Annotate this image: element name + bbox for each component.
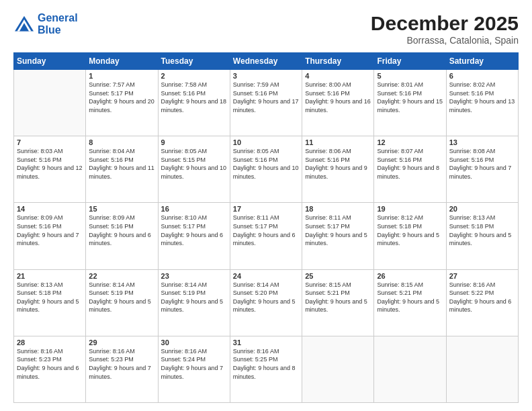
day-number: 27	[449, 272, 515, 280]
calendar-cell: 23Sunrise: 8:14 AMSunset: 5:19 PMDayligh…	[158, 269, 230, 336]
day-number: 28	[17, 338, 83, 347]
day-number: 10	[233, 138, 299, 146]
day-info: Sunrise: 8:01 AMSunset: 5:16 PMDaylight:…	[377, 81, 443, 114]
page: General Blue December 2025 Borrassa, Cat…	[0, 0, 532, 411]
day-number: 9	[161, 138, 227, 146]
day-number: 23	[161, 272, 227, 280]
day-number: 25	[305, 272, 371, 280]
calendar-week-row: 7Sunrise: 8:03 AMSunset: 5:16 PMDaylight…	[14, 136, 519, 203]
day-info: Sunrise: 8:13 AMSunset: 5:18 PMDaylight:…	[17, 281, 83, 314]
day-info: Sunrise: 8:07 AMSunset: 5:16 PMDaylight:…	[377, 147, 443, 181]
day-number: 29	[89, 338, 154, 347]
calendar-week-row: 14Sunrise: 8:09 AMSunset: 5:16 PMDayligh…	[14, 203, 519, 269]
calendar-cell: 6Sunrise: 8:02 AMSunset: 5:16 PMDaylight…	[446, 70, 518, 136]
weekday-header: Monday	[86, 53, 158, 70]
day-info: Sunrise: 8:03 AMSunset: 5:16 PMDaylight:…	[17, 147, 83, 181]
day-info: Sunrise: 8:06 AMSunset: 5:16 PMDaylight:…	[305, 147, 371, 181]
day-number: 6	[449, 72, 515, 80]
calendar-cell: 12Sunrise: 8:07 AMSunset: 5:16 PMDayligh…	[374, 136, 446, 203]
calendar-cell: 3Sunrise: 7:59 AMSunset: 5:16 PMDaylight…	[230, 70, 302, 136]
calendar-cell: 14Sunrise: 8:09 AMSunset: 5:16 PMDayligh…	[14, 203, 86, 269]
day-info: Sunrise: 8:14 AMSunset: 5:19 PMDaylight:…	[161, 281, 227, 314]
calendar-cell: 28Sunrise: 8:16 AMSunset: 5:23 PMDayligh…	[14, 336, 86, 402]
calendar-cell: 27Sunrise: 8:16 AMSunset: 5:22 PMDayligh…	[446, 269, 518, 336]
calendar-cell: 16Sunrise: 8:10 AMSunset: 5:17 PMDayligh…	[158, 203, 230, 269]
title-block: December 2025 Borrassa, Catalonia, Spain	[371, 12, 519, 46]
calendar-cell: 21Sunrise: 8:13 AMSunset: 5:18 PMDayligh…	[14, 269, 86, 336]
day-number: 4	[305, 72, 371, 80]
day-number: 15	[89, 205, 154, 213]
day-number: 12	[377, 138, 443, 146]
day-info: Sunrise: 8:13 AMSunset: 5:18 PMDaylight:…	[449, 214, 515, 247]
day-number: 31	[233, 338, 299, 347]
calendar-cell: 4Sunrise: 8:00 AMSunset: 5:16 PMDaylight…	[302, 70, 374, 136]
day-number: 21	[17, 272, 83, 280]
calendar-cell: 31Sunrise: 8:16 AMSunset: 5:25 PMDayligh…	[230, 336, 302, 402]
calendar-week-row: 28Sunrise: 8:16 AMSunset: 5:23 PMDayligh…	[14, 336, 519, 402]
calendar-cell: 11Sunrise: 8:06 AMSunset: 5:16 PMDayligh…	[302, 136, 374, 203]
weekday-header: Tuesday	[158, 53, 230, 70]
day-info: Sunrise: 8:05 AMSunset: 5:15 PMDaylight:…	[161, 147, 227, 181]
day-info: Sunrise: 8:10 AMSunset: 5:17 PMDaylight:…	[161, 214, 227, 247]
calendar-cell	[446, 336, 518, 402]
day-info: Sunrise: 8:09 AMSunset: 5:16 PMDaylight:…	[89, 214, 154, 247]
day-number: 19	[377, 205, 443, 213]
day-info: Sunrise: 8:04 AMSunset: 5:16 PMDaylight:…	[89, 147, 154, 181]
calendar-cell: 20Sunrise: 8:13 AMSunset: 5:18 PMDayligh…	[446, 203, 518, 269]
weekday-header: Wednesday	[230, 53, 302, 70]
day-number: 2	[161, 72, 227, 80]
day-number: 26	[377, 272, 443, 280]
calendar-cell: 17Sunrise: 8:11 AMSunset: 5:17 PMDayligh…	[230, 203, 302, 269]
weekday-header: Thursday	[302, 53, 374, 70]
calendar-cell: 1Sunrise: 7:57 AMSunset: 5:17 PMDaylight…	[86, 70, 158, 136]
day-info: Sunrise: 8:11 AMSunset: 5:17 PMDaylight:…	[305, 214, 371, 247]
calendar-cell: 30Sunrise: 8:16 AMSunset: 5:24 PMDayligh…	[158, 336, 230, 402]
day-info: Sunrise: 8:16 AMSunset: 5:25 PMDaylight:…	[233, 347, 299, 381]
calendar-cell: 25Sunrise: 8:15 AMSunset: 5:21 PMDayligh…	[302, 269, 374, 336]
day-info: Sunrise: 8:05 AMSunset: 5:16 PMDaylight:…	[233, 147, 299, 181]
day-number: 17	[233, 205, 299, 213]
calendar-cell	[14, 70, 86, 136]
calendar-cell: 15Sunrise: 8:09 AMSunset: 5:16 PMDayligh…	[86, 203, 158, 269]
day-info: Sunrise: 8:15 AMSunset: 5:21 PMDaylight:…	[377, 281, 443, 314]
calendar-table: SundayMondayTuesdayWednesdayThursdayFrid…	[13, 52, 519, 403]
day-info: Sunrise: 8:09 AMSunset: 5:16 PMDaylight:…	[17, 214, 83, 247]
day-info: Sunrise: 8:11 AMSunset: 5:17 PMDaylight:…	[233, 214, 299, 247]
weekday-header: Saturday	[446, 53, 518, 70]
day-number: 20	[449, 205, 515, 213]
weekday-header: Friday	[374, 53, 446, 70]
day-info: Sunrise: 8:16 AMSunset: 5:23 PMDaylight:…	[17, 347, 83, 381]
day-info: Sunrise: 8:15 AMSunset: 5:21 PMDaylight:…	[305, 281, 371, 314]
day-number: 24	[233, 272, 299, 280]
calendar-cell: 29Sunrise: 8:16 AMSunset: 5:23 PMDayligh…	[86, 336, 158, 402]
day-number: 3	[233, 72, 299, 80]
header: General Blue December 2025 Borrassa, Cat…	[13, 12, 519, 46]
day-info: Sunrise: 8:00 AMSunset: 5:16 PMDaylight:…	[305, 81, 371, 114]
day-info: Sunrise: 8:08 AMSunset: 5:16 PMDaylight:…	[449, 147, 515, 181]
day-number: 8	[89, 138, 154, 146]
calendar-cell: 18Sunrise: 8:11 AMSunset: 5:17 PMDayligh…	[302, 203, 374, 269]
day-info: Sunrise: 8:12 AMSunset: 5:18 PMDaylight:…	[377, 214, 443, 247]
calendar-cell	[374, 336, 446, 402]
calendar-cell: 22Sunrise: 8:14 AMSunset: 5:19 PMDayligh…	[86, 269, 158, 336]
calendar-cell: 10Sunrise: 8:05 AMSunset: 5:16 PMDayligh…	[230, 136, 302, 203]
calendar-cell: 19Sunrise: 8:12 AMSunset: 5:18 PMDayligh…	[374, 203, 446, 269]
day-number: 14	[17, 205, 83, 213]
day-info: Sunrise: 8:14 AMSunset: 5:20 PMDaylight:…	[233, 281, 299, 314]
calendar-cell: 2Sunrise: 7:58 AMSunset: 5:16 PMDaylight…	[158, 70, 230, 136]
day-info: Sunrise: 8:16 AMSunset: 5:24 PMDaylight:…	[161, 347, 227, 381]
calendar-cell	[302, 336, 374, 402]
day-number: 7	[17, 138, 83, 146]
calendar-header-row: SundayMondayTuesdayWednesdayThursdayFrid…	[14, 53, 519, 70]
calendar-cell: 5Sunrise: 8:01 AMSunset: 5:16 PMDaylight…	[374, 70, 446, 136]
day-number: 22	[89, 272, 154, 280]
day-info: Sunrise: 7:57 AMSunset: 5:17 PMDaylight:…	[89, 81, 154, 114]
calendar-cell: 8Sunrise: 8:04 AMSunset: 5:16 PMDaylight…	[86, 136, 158, 203]
day-number: 1	[89, 72, 154, 80]
calendar-cell: 9Sunrise: 8:05 AMSunset: 5:15 PMDaylight…	[158, 136, 230, 203]
calendar-cell: 7Sunrise: 8:03 AMSunset: 5:16 PMDaylight…	[14, 136, 86, 203]
day-info: Sunrise: 8:16 AMSunset: 5:23 PMDaylight:…	[89, 347, 154, 381]
day-number: 30	[161, 338, 227, 347]
location: Borrassa, Catalonia, Spain	[371, 35, 519, 46]
calendar-cell: 13Sunrise: 8:08 AMSunset: 5:16 PMDayligh…	[446, 136, 518, 203]
